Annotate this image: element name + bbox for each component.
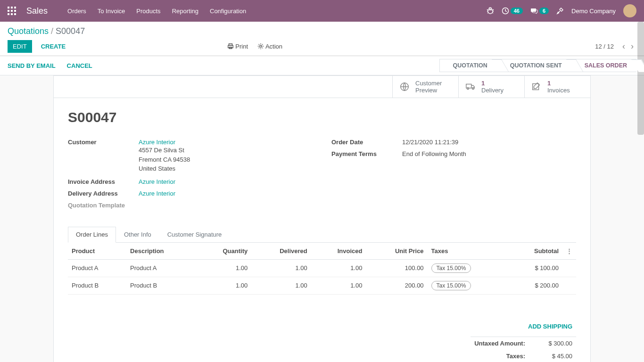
invoice-address-label: Invoice Address <box>68 178 139 185</box>
breadcrumb-root[interactable]: Quotations <box>8 26 49 36</box>
activity-badge: 46 <box>511 8 523 14</box>
svg-point-4 <box>260 45 262 47</box>
nav-products[interactable]: Products <box>136 8 160 15</box>
nav-right: 46 6 Demo Company <box>487 4 636 17</box>
cell-delivered: 1.00 <box>251 259 311 277</box>
company-name[interactable]: Demo Company <box>571 8 616 15</box>
col-quantity[interactable]: Quantity <box>197 243 252 260</box>
stat-delivery[interactable]: 1Delivery <box>458 76 524 98</box>
cell-invoiced: 1.00 <box>311 277 366 294</box>
col-invoiced[interactable]: Invoiced <box>311 243 366 260</box>
status-bar: SEND BY EMAIL CANCEL QUOTATION QUOTATION… <box>0 56 644 75</box>
cell-quantity: 1.00 <box>197 277 252 294</box>
step-quotation[interactable]: QUOTATION <box>439 59 497 72</box>
table-row[interactable]: Product AProduct A1.001.001.00100.00Tax … <box>68 259 576 277</box>
nav-reporting[interactable]: Reporting <box>172 8 198 15</box>
tab-other-info[interactable]: Other Info <box>116 227 159 242</box>
activity-icon[interactable]: 46 <box>502 7 523 15</box>
pager-counter[interactable]: 12 / 12 <box>595 43 614 50</box>
table-row[interactable]: Product BProduct B1.001.001.00200.00Tax … <box>68 277 576 294</box>
cell-taxes: Tax 15.00% <box>428 277 508 294</box>
add-shipping-button[interactable]: ADD SHIPPING <box>68 295 576 337</box>
stat-buttons: CustomerPreview 1Delivery 1Invoices <box>54 76 590 98</box>
col-description[interactable]: Description <box>126 243 197 260</box>
customer-link[interactable]: Azure Interior <box>139 139 175 146</box>
cell-description: Product A <box>126 259 197 277</box>
tab-order-lines[interactable]: Order Lines <box>68 227 116 243</box>
cell-unit-price: 100.00 <box>366 259 427 277</box>
col-subtotal[interactable]: Subtotal <box>508 243 562 260</box>
cell-product: Product B <box>68 277 126 294</box>
untaxed-value: $ 300.00 <box>529 337 576 350</box>
pencil-square-icon <box>531 82 542 92</box>
cell-subtotal: $ 100.00 <box>508 259 562 277</box>
app-brand[interactable]: Sales <box>26 6 48 16</box>
cell-invoiced: 1.00 <box>311 259 366 277</box>
user-avatar[interactable] <box>623 4 636 17</box>
tabs: Order Lines Other Info Customer Signatur… <box>68 227 576 243</box>
stat-delivery-count: 1 <box>481 80 504 87</box>
breadcrumb-current: S00047 <box>56 26 85 36</box>
truck-icon <box>465 82 476 92</box>
payment-terms-label: Payment Terms <box>331 150 402 157</box>
cancel-button[interactable]: CANCEL <box>67 62 92 69</box>
stat-preview-l1: Customer <box>415 80 442 87</box>
col-delivered[interactable]: Delivered <box>251 243 311 260</box>
col-options-icon[interactable]: ⋮ <box>562 243 576 260</box>
top-navbar: Sales Orders To Invoice Products Reporti… <box>0 0 644 22</box>
quotation-template-value <box>139 202 313 209</box>
scrollbar-thumb[interactable] <box>637 22 644 135</box>
messages-icon[interactable]: 6 <box>530 7 549 15</box>
send-email-button[interactable]: SEND BY EMAIL <box>8 62 56 69</box>
stat-customer-preview[interactable]: CustomerPreview <box>392 76 458 98</box>
bug-icon[interactable] <box>487 7 494 15</box>
cell-taxes: Tax 15.00% <box>428 259 508 277</box>
cell-delivered: 1.00 <box>251 277 311 294</box>
delivery-address-label: Delivery Address <box>68 190 139 197</box>
invoice-address-link[interactable]: Azure Interior <box>139 178 175 185</box>
cell-subtotal: $ 200.00 <box>508 277 562 294</box>
status-steps: QUOTATION QUOTATION SENT SALES ORDER <box>439 59 636 72</box>
svg-rect-2 <box>228 45 233 48</box>
globe-icon <box>399 82 410 92</box>
nav-configuration[interactable]: Configuration <box>210 8 246 15</box>
customer-label: Customer <box>68 139 139 173</box>
pager: 12 / 12 ‹ › <box>595 41 636 51</box>
order-date-label: Order Date <box>331 139 402 146</box>
quotation-template-label: Quotation Template <box>68 202 139 209</box>
totals: Untaxed Amount: $ 300.00 Taxes: $ 45.00 <box>68 337 576 362</box>
apps-icon[interactable] <box>8 7 16 15</box>
stat-invoices-count: 1 <box>547 80 570 87</box>
customer-addr-3: United States <box>139 164 313 173</box>
tax-pill: Tax 15.00% <box>431 263 471 273</box>
stat-invoices[interactable]: 1Invoices <box>524 76 590 98</box>
nav-to-invoice[interactable]: To Invoice <box>98 8 125 15</box>
order-name: S00047 <box>68 109 576 125</box>
col-product[interactable]: Product <box>68 243 126 260</box>
create-button[interactable]: CREATE <box>36 40 71 53</box>
payment-terms-value: End of Following Month <box>402 150 576 157</box>
col-taxes[interactable]: Taxes <box>428 243 508 260</box>
nav-orders[interactable]: Orders <box>67 8 86 15</box>
breadcrumb-sep: / <box>51 26 56 36</box>
stat-invoices-label: Invoices <box>547 87 570 94</box>
customer-addr-2: Fremont CA 94538 <box>139 155 313 165</box>
customer-addr-1: 4557 De Silva St <box>139 146 313 155</box>
print-button[interactable]: Print <box>227 43 248 50</box>
taxes-value: $ 45.00 <box>529 350 576 362</box>
pager-prev-icon[interactable]: ‹ <box>619 41 628 51</box>
cell-description: Product B <box>126 277 197 294</box>
pager-next-icon[interactable]: › <box>628 41 636 51</box>
edit-button[interactable]: EDIT <box>8 40 32 53</box>
nav-menu: Orders To Invoice Products Reporting Con… <box>67 8 246 15</box>
action-button[interactable]: Action <box>257 43 282 50</box>
stat-preview-l2: Preview <box>415 87 442 94</box>
order-lines-table: Product Description Quantity Delivered I… <box>68 243 576 295</box>
control-bar: Quotations / S00047 EDIT CREATE Print Ac… <box>0 22 644 56</box>
col-unit-price[interactable]: Unit Price <box>366 243 427 260</box>
tools-icon[interactable] <box>556 7 564 15</box>
tab-customer-signature[interactable]: Customer Signature <box>159 227 230 242</box>
delivery-address-link[interactable]: Azure Interior <box>139 190 175 197</box>
breadcrumb: Quotations / S00047 <box>8 26 636 36</box>
stat-delivery-label: Delivery <box>481 87 504 94</box>
